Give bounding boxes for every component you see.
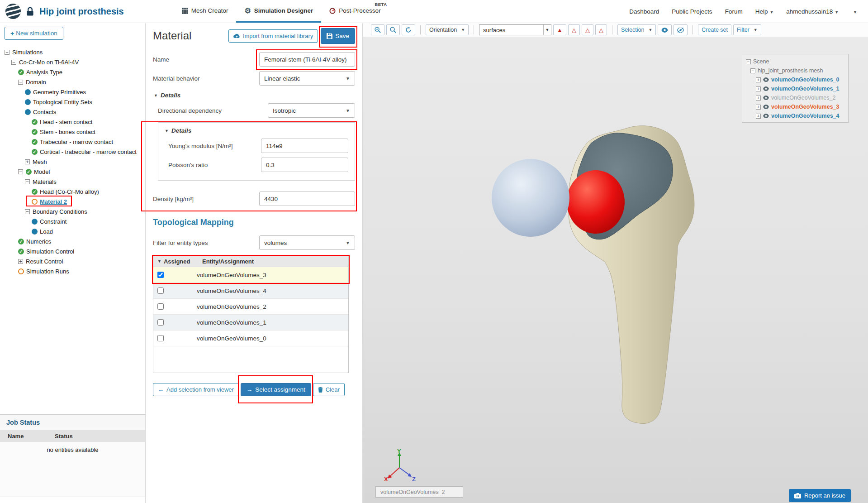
tree-item-numerics[interactable]: ✓Numerics xyxy=(0,236,145,246)
assignment-checkbox[interactable] xyxy=(157,287,164,294)
inner-details-header[interactable]: ▼ Details xyxy=(165,127,348,134)
scene-item-volumeongeovolumes_4[interactable]: +volumeOnGeoVolumes_4 xyxy=(756,111,844,120)
nav-menu-user[interactable]: ahmedhussain18▼ xyxy=(786,8,839,15)
tree-item-model[interactable]: −✓Model xyxy=(0,167,145,177)
material-behavior-select[interactable]: Linear elastic ▼ xyxy=(259,71,355,86)
tree-item-simulation-runs[interactable]: Simulation Runs xyxy=(0,266,145,276)
tab-mesh-creator[interactable]: Mesh Creator xyxy=(174,0,237,23)
tree-item-result-control[interactable]: +Result Control xyxy=(0,256,145,266)
visibility-eye-icon[interactable] xyxy=(763,86,769,91)
visibility-eye-icon[interactable] xyxy=(763,105,769,109)
nav-link-public-projects[interactable]: Public Projects xyxy=(672,8,712,15)
collapse-icon[interactable]: − xyxy=(5,50,9,55)
tab-post-processor[interactable]: Post-Processor BETA xyxy=(321,0,389,23)
material-name-input[interactable] xyxy=(259,52,355,67)
report-an-issue-button[interactable]: Report an issue xyxy=(789,489,851,502)
tree-item-stem-bones-contact[interactable]: ✓Stem - bones contact xyxy=(0,127,145,137)
hide-entities-button[interactable] xyxy=(674,24,688,35)
select-assignment-button[interactable]: → Select assignment xyxy=(241,383,311,396)
clip-plane-button-2[interactable]: △ xyxy=(568,24,580,35)
expand-icon[interactable]: + xyxy=(756,114,761,119)
tree-item-load[interactable]: Load xyxy=(0,226,145,236)
tree-item-simulations[interactable]: −Simulations xyxy=(0,47,145,57)
expand-icon[interactable]: + xyxy=(756,77,761,82)
nav-menu-help[interactable]: Help▼ xyxy=(755,8,774,15)
tree-item-material-2[interactable]: Material 2 xyxy=(0,196,145,206)
entity-type-filter-select[interactable]: volumes ▼ xyxy=(259,235,355,250)
visibility-eye-icon[interactable] xyxy=(763,77,769,82)
scene-item-volumeongeovolumes_0[interactable]: +volumeOnGeoVolumes_0 xyxy=(756,75,844,84)
scene-root[interactable]: − Scene xyxy=(746,57,844,66)
scene-item-volumeongeovolumes_2[interactable]: +volumeOnGeoVolumes_2 xyxy=(756,93,844,102)
tree-item-materials[interactable]: −Materials xyxy=(0,177,145,187)
expand-icon[interactable]: + xyxy=(25,159,30,164)
tree-item-simulation-control[interactable]: ✓Simulation Control xyxy=(0,246,145,256)
new-simulation-button[interactable]: +New simulation xyxy=(5,27,63,40)
assignment-checkbox[interactable] xyxy=(157,272,164,278)
visibility-eye-icon[interactable] xyxy=(763,114,769,118)
tree-item-geometry-primitives[interactable]: Geometry Primitives xyxy=(0,87,145,97)
tree-item-head-co-cr-mo-alloy[interactable]: ✓Head (Co-Cr-Mo alloy) xyxy=(0,187,145,196)
assignment-checkbox[interactable] xyxy=(157,335,164,341)
collapse-icon[interactable]: − xyxy=(18,169,23,174)
simscale-logo[interactable] xyxy=(5,3,22,20)
assignment-row[interactable]: volumeOnGeoVolumes_2 xyxy=(153,299,348,315)
tree-item-boundary-conditions[interactable]: −Boundary Conditions xyxy=(0,206,145,216)
tab-simulation-designer[interactable]: ⚙ Simulation Designer xyxy=(236,0,321,23)
collapse-icon[interactable]: − xyxy=(25,179,30,184)
density-input[interactable] xyxy=(259,192,355,206)
add-selection-from-viewer-button[interactable]: ← Add selection from viewer xyxy=(153,383,239,396)
details-group-header[interactable]: ▼ Details xyxy=(154,92,355,99)
tree-item-domain[interactable]: −Domain xyxy=(0,77,145,87)
collapse-icon[interactable]: − xyxy=(11,60,16,65)
tree-item-contacts[interactable]: Contacts xyxy=(0,107,145,117)
nav-menu-more[interactable]: ▼ xyxy=(851,8,857,15)
expand-icon[interactable]: + xyxy=(756,96,761,101)
selection-dropdown[interactable]: Selection ▼ xyxy=(617,24,656,35)
assignment-row[interactable]: volumeOnGeoVolumes_1 xyxy=(153,315,348,331)
clear-button[interactable]: Clear xyxy=(313,383,345,396)
tree-item-analysis-type[interactable]: ✓Analysis Type xyxy=(0,67,145,77)
scene-mesh-node[interactable]: − hip_joint_prosthesis mesh xyxy=(750,66,844,75)
clip-plane-button-3[interactable]: △ xyxy=(582,24,593,35)
import-material-library-button[interactable]: Import from material library xyxy=(228,29,318,43)
tree-item-co-cr-mo-on-ti-6al-4v[interactable]: −Co-Cr-Mo on Ti-6Al-4V xyxy=(0,57,145,67)
clip-plane-button-4[interactable]: △ xyxy=(595,24,607,35)
tree-item-mesh[interactable]: +Mesh xyxy=(0,157,145,167)
expand-icon[interactable]: + xyxy=(756,86,761,91)
zoom-in-button[interactable] xyxy=(371,24,384,35)
zoom-fit-button[interactable] xyxy=(386,24,400,35)
visibility-eye-icon[interactable] xyxy=(763,96,769,100)
orientation-dropdown[interactable]: Orientation ▼ xyxy=(426,24,469,35)
scene-item-volumeongeovolumes_3[interactable]: +volumeOnGeoVolumes_3 xyxy=(756,102,844,111)
collapse-icon[interactable]: − xyxy=(750,68,755,73)
expand-icon[interactable]: + xyxy=(756,105,761,110)
assignment-row[interactable]: volumeOnGeoVolumes_4 xyxy=(153,283,348,299)
nav-link-forum[interactable]: Forum xyxy=(725,8,743,15)
tree-item-trabecular-marrow-contact[interactable]: ✓Trabecular - marrow contact xyxy=(0,137,145,147)
assignment-row[interactable]: volumeOnGeoVolumes_0 xyxy=(153,331,348,346)
3d-viewport[interactable]: − Scene − hip_joint_prosthesis mesh +vol… xyxy=(363,37,868,503)
collapse-icon[interactable]: − xyxy=(25,209,30,214)
tree-item-head-stem-contact[interactable]: ✓Head - stem contact xyxy=(0,117,145,127)
tree-item-cortical-trabecular-marrow-contact[interactable]: ✓Cortical - trabecular - marrow contact xyxy=(0,147,145,157)
show-entities-button[interactable] xyxy=(658,24,672,35)
filter-dropdown[interactable]: Filter ▼ xyxy=(733,24,761,35)
nav-link-dashboard[interactable]: Dashboard xyxy=(629,8,659,15)
collapse-icon[interactable]: − xyxy=(18,80,23,85)
clip-plane-button-1[interactable]: ▲ xyxy=(553,24,566,35)
assignment-row[interactable]: volumeOnGeoVolumes_3 xyxy=(153,267,348,283)
tree-item-topological-entity-sets[interactable]: Topological Entity Sets xyxy=(0,97,145,107)
collapse-icon[interactable]: − xyxy=(746,59,751,64)
poissons-ratio-input[interactable] xyxy=(261,158,348,172)
youngs-modulus-input[interactable] xyxy=(261,139,348,153)
assignment-checkbox[interactable] xyxy=(157,303,164,310)
hip-joint-model[interactable] xyxy=(479,118,733,435)
save-button[interactable]: Save xyxy=(321,28,355,44)
tree-item-constraint[interactable]: Constraint xyxy=(0,216,145,226)
prosthesis-head-sphere[interactable] xyxy=(492,159,569,237)
sort-triangle-icon[interactable]: ▼ xyxy=(157,259,161,263)
assignment-checkbox[interactable] xyxy=(157,319,164,326)
render-mode-select[interactable]: surfaces ▼ xyxy=(479,24,551,35)
scene-item-volumeongeovolumes_1[interactable]: +volumeOnGeoVolumes_1 xyxy=(756,84,844,93)
